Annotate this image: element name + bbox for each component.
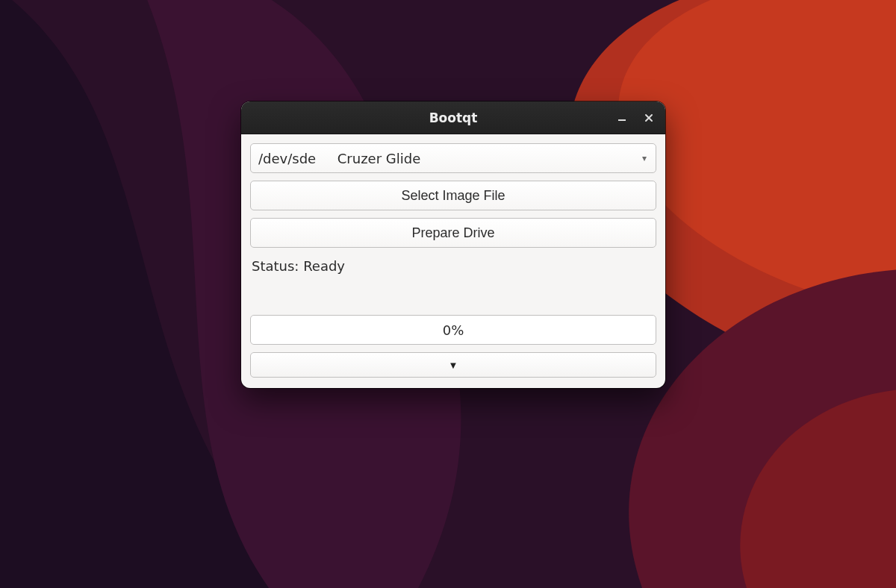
minimize-button[interactable] (612, 107, 632, 128)
progress-bar: 0% (250, 315, 656, 345)
window-body: /dev/sde Cruzer Glide ▾ Select Image Fil… (241, 134, 665, 388)
prepare-drive-button[interactable]: Prepare Drive (250, 218, 656, 248)
triangle-down-icon: ▼ (449, 360, 458, 371)
titlebar-controls (612, 101, 659, 134)
status-label: Status: Ready (250, 255, 656, 307)
chevron-down-icon: ▾ (642, 153, 647, 163)
drive-select-value: /dev/sde Cruzer Glide (258, 151, 420, 166)
window-title: Bootqt (429, 110, 478, 125)
drive-select-combobox[interactable]: /dev/sde Cruzer Glide ▾ (250, 143, 656, 173)
close-button[interactable] (638, 107, 659, 128)
svg-rect-1 (618, 119, 626, 121)
expand-toggle-button[interactable]: ▼ (250, 352, 656, 378)
progress-text: 0% (443, 322, 464, 338)
app-window: Bootqt /dev/sde Cruzer Glide ▾ Select Im… (241, 101, 665, 388)
titlebar[interactable]: Bootqt (241, 101, 665, 134)
select-image-file-button[interactable]: Select Image File (250, 181, 656, 210)
